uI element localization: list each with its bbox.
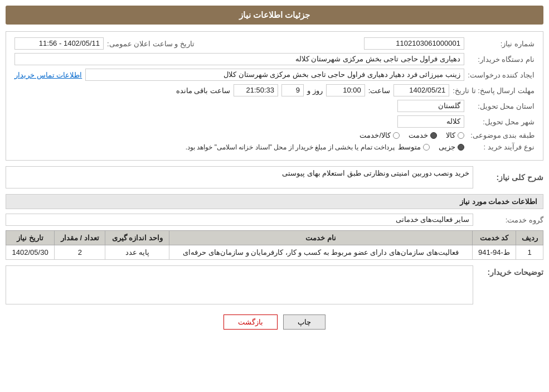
ijadKonande-value: زینب میرزائی فرد دهیار دهیاری فراول حاجی… bbox=[85, 69, 464, 81]
col-radif: ردیف bbox=[516, 231, 543, 245]
ijadKonande-label: ایجاد کننده درخواست: bbox=[468, 71, 535, 79]
ostan-value: گلستان bbox=[397, 100, 464, 112]
radio-kala-label: کالا bbox=[446, 131, 455, 139]
sharhKoli-label: شرح کلی نیاز: bbox=[477, 173, 543, 182]
cell-vahed: پایه عدد bbox=[105, 245, 169, 260]
page-title: جزئیات اطلاعات نیاز bbox=[6, 6, 543, 25]
grohKhadamat-label: گروه خدمت: bbox=[477, 216, 543, 224]
radio-jozvi-label: جزیی bbox=[439, 143, 455, 151]
tarighe-label: طبقه بندی موضوعی: bbox=[468, 131, 535, 139]
radio-khadamat[interactable]: خدمت bbox=[409, 131, 437, 139]
shomareNiaz-value: 1102103061000001 bbox=[364, 37, 464, 50]
baghi-value: 21:50:33 bbox=[234, 84, 278, 96]
radio-kala-circle bbox=[458, 132, 464, 139]
khadamat-table: ردیف کد خدمت نام خدمت واحد اندازه گیری ت… bbox=[6, 230, 543, 260]
cell-radif: 1 bbox=[516, 245, 543, 260]
sharhKoli-text: خرید ونصب دوربین امنیتی ونظارتی طبق استع… bbox=[6, 166, 473, 188]
shahr-value: کلاله bbox=[397, 115, 464, 128]
sharhKoli-wrapper: خرید ونصب دوربین امنیتی ونظارتی طبق استع… bbox=[6, 166, 473, 188]
khadamatSection-title: اطلاعات خدمات مورد نیاز bbox=[6, 194, 543, 209]
col-tedad: تعداد / مقدار bbox=[55, 231, 105, 245]
radio-kalaKhadamat-label: کالا/خدمت bbox=[359, 131, 391, 139]
col-namKhadamat: نام خدمت bbox=[169, 231, 472, 245]
tosifatKharidar-label: توضیحات خریدار: bbox=[477, 265, 543, 277]
tosifatKharidar-textarea[interactable] bbox=[6, 265, 473, 304]
note-text: پرداخت تمام یا بخشی از مبلغ خریدار از مح… bbox=[186, 143, 395, 151]
col-kodKhadamat: کد خدمت bbox=[472, 231, 516, 245]
cell-tedad: 2 bbox=[55, 245, 105, 260]
baghi-label: ساعت باقی مانده bbox=[176, 86, 230, 95]
namDastgah-value: دهیاری فراول حاجی تاجی بخش مرکزی شهرستان… bbox=[14, 53, 464, 65]
cell-namKhadamat: فعالیت‌های سازمان‌های دارای عضو مربوط به… bbox=[169, 245, 472, 260]
radio-jozvi-circle bbox=[458, 144, 464, 151]
tarikh-value: 1402/05/21 bbox=[393, 84, 449, 96]
shomareNiaz-label: شماره نیاز: bbox=[468, 40, 535, 48]
ijadKonande-link[interactable]: اطلاعات تماس خریدار bbox=[14, 71, 82, 79]
ostan-label: استان محل تحویل: bbox=[468, 102, 535, 110]
back-button[interactable]: بازگشت bbox=[224, 314, 278, 330]
rooz-label: روز و bbox=[307, 86, 323, 95]
saat-value: 10:00 bbox=[326, 84, 365, 96]
noeFarayand-label: نوع فرآیند خرید : bbox=[468, 143, 535, 151]
radio-khadamat-label: خدمت bbox=[409, 131, 428, 139]
saat-label: ساعت: bbox=[368, 86, 391, 95]
cell-kodKhadamat: ط-94-941 bbox=[472, 245, 516, 260]
radio-motavaset-circle bbox=[423, 144, 430, 151]
radio-jozvi[interactable]: جزیی bbox=[439, 143, 464, 151]
mohlatErsalPasokh-label: مهلت ارسال پاسخ: تا تاریخ: bbox=[453, 86, 535, 95]
table-row: 1 ط-94-941 فعالیت‌های سازمان‌های دارای ع… bbox=[6, 245, 543, 260]
radio-khadamat-circle bbox=[430, 132, 437, 139]
shahr-label: شهر محل تحویل: bbox=[468, 118, 535, 126]
rooz-value: 9 bbox=[281, 84, 304, 96]
col-tarikh: تاریخ نیاز bbox=[6, 231, 55, 245]
bottom-buttons: چاپ بازگشت bbox=[6, 314, 543, 330]
radio-motavaset[interactable]: متوسط bbox=[398, 143, 430, 151]
radio-kalaKhadamat[interactable]: کالا/خدمت bbox=[359, 131, 400, 139]
print-button[interactable]: چاپ bbox=[283, 314, 325, 330]
farayand-radio-group: جزیی متوسط bbox=[398, 143, 464, 151]
radio-motavaset-label: متوسط bbox=[398, 143, 421, 151]
tarighe-radio-group: کالا خدمت کالا/خدمت bbox=[359, 131, 464, 139]
tarikhaelane-value: 1402/05/11 - 11:56 bbox=[14, 37, 104, 50]
radio-kalaKhadamat-circle bbox=[393, 132, 400, 139]
cell-tarikh: 1402/05/30 bbox=[6, 245, 55, 260]
grohKhadamat-value: سایر فعالیت‌های خدماتی bbox=[6, 214, 473, 226]
namDastgah-label: نام دستگاه خریدار: bbox=[468, 55, 535, 64]
col-vahed: واحد اندازه گیری bbox=[105, 231, 169, 245]
radio-kala[interactable]: کالا bbox=[446, 131, 464, 139]
tarikhaelane-label: تاریخ و ساعت اعلان عمومی: bbox=[107, 40, 195, 48]
